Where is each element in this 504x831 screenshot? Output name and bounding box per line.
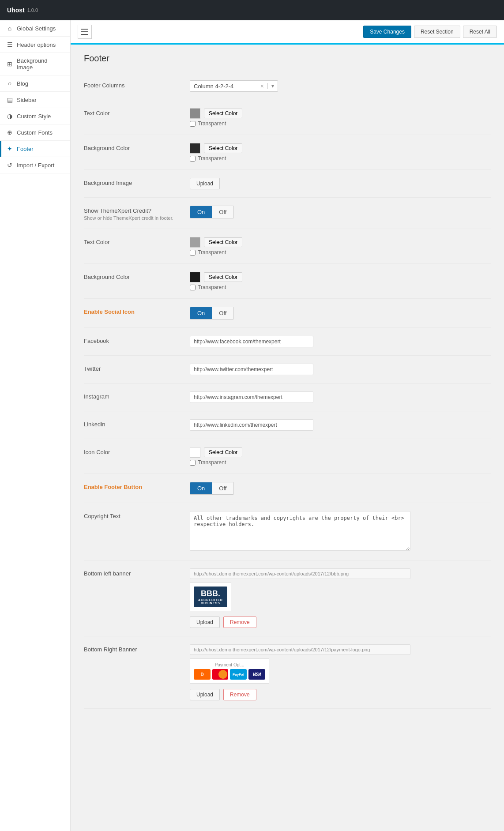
- copyright-text-textarea[interactable]: All other trademarks and copyrights are …: [190, 511, 410, 551]
- sidebar-item-custom-fonts[interactable]: ⊕ Custom Fonts: [0, 124, 70, 141]
- facebook-input[interactable]: [190, 336, 313, 347]
- instagram-row: Instagram: [84, 384, 491, 411]
- sidebar-item-label: Background Image: [17, 57, 64, 71]
- svg-rect-1: [81, 31, 88, 32]
- footer-button-off-button[interactable]: Off: [212, 482, 233, 494]
- bottom-left-banner-row: Bottom left banner http://uhost.demo.the…: [84, 560, 491, 636]
- sidebar-item-label: Import / Export: [17, 162, 54, 169]
- instagram-control: [190, 391, 491, 403]
- footer-button-on-button[interactable]: On: [190, 482, 212, 494]
- twitter-label: Twitter: [84, 364, 181, 372]
- visa-logo: VISA: [248, 669, 265, 680]
- bottom-left-banner-remove-button[interactable]: Remove: [223, 617, 256, 628]
- select-arrow-icon[interactable]: ▾: [267, 83, 274, 89]
- sidebar-item-sidebar[interactable]: ▤ Sidebar: [0, 92, 70, 108]
- footer-icon: ✦: [6, 145, 13, 152]
- text-color-1-transparent-checkbox[interactable]: [190, 121, 196, 127]
- footer-columns-label: Footer Columns: [84, 80, 181, 89]
- icon-color-swatch: [190, 447, 200, 458]
- footer-columns-select[interactable]: Column 4-2-2-4 × ▾: [190, 80, 278, 92]
- app-name: Uhost: [7, 7, 25, 14]
- save-changes-button[interactable]: Save Changes: [363, 26, 411, 38]
- bg-color-1-select-button[interactable]: Select Color: [204, 143, 242, 153]
- mastercard-logo: [212, 669, 228, 680]
- image-icon: ⊞: [6, 60, 13, 68]
- twitter-input[interactable]: [190, 364, 313, 375]
- show-credit-label: Show ThemeXpert Credit? Show or hide The…: [84, 206, 181, 221]
- social-icon-off-button[interactable]: Off: [212, 307, 233, 319]
- social-icon-row: Enable Social Icon On Off: [84, 299, 491, 328]
- show-credit-description: Show or hide ThemeXpert credit in footer…: [84, 215, 181, 221]
- linkedin-input[interactable]: [190, 419, 313, 431]
- icon-color-select-button[interactable]: Select Color: [204, 447, 242, 457]
- bg-color-1-label: Background Color: [84, 143, 181, 151]
- text-color-1-select-button[interactable]: Select Color: [204, 109, 242, 118]
- svg-rect-0: [81, 29, 88, 30]
- sidebar-item-global-settings[interactable]: ⌂ Global Settings: [0, 20, 70, 37]
- text-color-2-select-button[interactable]: Select Color: [204, 237, 242, 247]
- bottom-left-banner-upload-button[interactable]: Upload: [190, 617, 220, 628]
- bottom-right-banner-row: Bottom Right Banner http://uhost.demo.th…: [84, 636, 491, 709]
- show-credit-on-button[interactable]: On: [190, 206, 212, 218]
- svg-rect-2: [81, 34, 88, 35]
- main-content: Save Changes Reset Section Reset All Foo…: [71, 20, 504, 831]
- social-icon-control: On Off: [190, 307, 491, 320]
- bg-color-2-select-button[interactable]: Select Color: [204, 272, 242, 282]
- text-color-2-transparent-checkbox[interactable]: [190, 250, 196, 256]
- sidebar-item-label: Custom Style: [17, 113, 51, 120]
- bg-color-2-label: Background Color: [84, 272, 181, 280]
- icon-color-transparent-checkbox[interactable]: [190, 460, 196, 466]
- bg-color-2-row: Background Color Select Color Transparen…: [84, 264, 491, 299]
- sidebar-item-label: Global Settings: [17, 25, 56, 32]
- background-image-upload-button[interactable]: Upload: [190, 178, 220, 189]
- bg-color-2-control: Select Color Transparent: [190, 272, 491, 290]
- bg-color-1-row: Background Color Select Color Transparen…: [84, 135, 491, 170]
- bottom-right-banner-upload-button[interactable]: Upload: [190, 689, 220, 700]
- sidebar-item-blog[interactable]: ○ Blog: [0, 75, 70, 92]
- social-icon-toggle: On Off: [190, 307, 234, 320]
- top-bar: Uhost 1.0.0: [0, 0, 504, 20]
- social-icon-on-button[interactable]: On: [190, 307, 212, 319]
- sidebar-item-header-options[interactable]: ☰ Header options: [0, 37, 70, 53]
- sidebar-item-import-export[interactable]: ↺ Import / Export: [0, 157, 70, 173]
- content-area: Footer Footer Columns Column 4-2-2-4 × ▾…: [71, 45, 504, 718]
- reset-section-button[interactable]: Reset Section: [414, 26, 460, 38]
- sidebar-item-custom-style[interactable]: ◑ Custom Style: [0, 108, 70, 124]
- copyright-text-control: All other trademarks and copyrights are …: [190, 511, 491, 552]
- text-color-2-row: Text Color Select Color Transparent: [84, 229, 491, 264]
- footer-button-control: On Off: [190, 482, 491, 495]
- sidebar-item-background-image[interactable]: ⊞ Background Image: [0, 53, 70, 75]
- bg-color-1-transparent-label: Transparent: [198, 155, 226, 162]
- bg-color-2-transparent-checkbox[interactable]: [190, 285, 196, 290]
- bottom-left-banner-preview: BBB. ACCREDITED BUSINESS: [190, 583, 231, 611]
- icon-color-control: Select Color Transparent: [190, 447, 491, 466]
- toolbar: Save Changes Reset Section Reset All: [71, 20, 504, 45]
- home-icon: ⌂: [6, 25, 13, 32]
- page-title: Footer: [84, 53, 491, 64]
- background-image-row: Background Image Upload: [84, 170, 491, 198]
- payment-preview-title: Payment Opt...: [194, 662, 265, 667]
- text-color-1-swatch: [190, 108, 200, 119]
- footer-columns-control: Column 4-2-2-4 × ▾: [190, 80, 491, 92]
- instagram-label: Instagram: [84, 391, 181, 400]
- icon-color-transparent-label: Transparent: [198, 459, 226, 466]
- bg-color-1-swatch: [190, 143, 200, 154]
- select-clear-icon[interactable]: ×: [260, 83, 264, 90]
- instagram-input[interactable]: [190, 391, 313, 403]
- show-credit-off-button[interactable]: Off: [212, 206, 233, 218]
- menu-toggle-button[interactable]: [78, 25, 92, 39]
- paypal-logo: PayPal: [230, 669, 247, 680]
- sidebar-item-footer[interactable]: ✦ Footer: [0, 141, 70, 157]
- facebook-row: Facebook: [84, 328, 491, 356]
- sidebar-item-label: Header options: [17, 41, 56, 48]
- reset-all-button[interactable]: Reset All: [463, 26, 497, 38]
- sidebar-item-label: Footer: [17, 146, 34, 152]
- background-image-label: Background Image: [84, 178, 181, 186]
- bg-color-2-swatch: [190, 272, 200, 282]
- bottom-right-banner-remove-button[interactable]: Remove: [223, 689, 256, 700]
- bg-color-1-transparent-checkbox[interactable]: [190, 156, 196, 162]
- bg-color-2-transparent-label: Transparent: [198, 284, 226, 290]
- blog-icon: ○: [6, 80, 13, 87]
- background-image-control: Upload: [190, 178, 491, 189]
- footer-columns-row: Footer Columns Column 4-2-2-4 × ▾: [84, 72, 491, 100]
